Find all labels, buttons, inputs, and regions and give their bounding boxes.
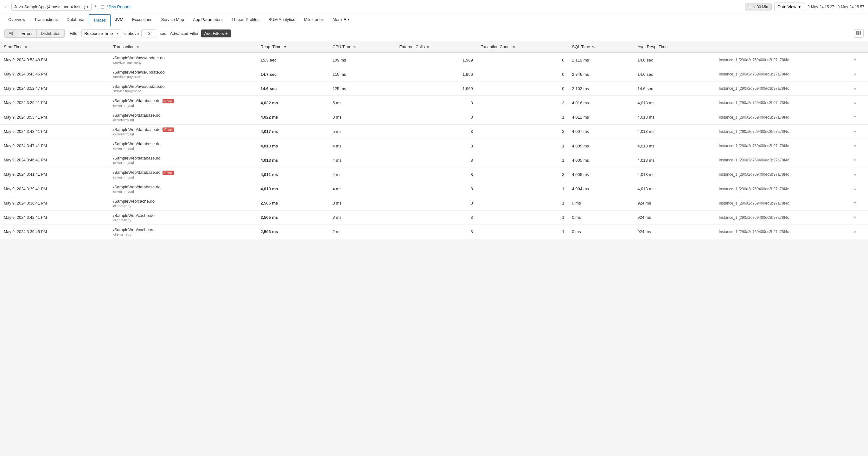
row-menu-button[interactable]: ≡ (851, 225, 868, 239)
distributed-filter-button[interactable]: Distributed (37, 29, 65, 38)
table-row[interactable]: May 9, 2024 3:47:41 PM /SampleWeb/databa… (0, 139, 868, 153)
cell-transaction[interactable]: /SampleWeb/database.do driver=mysql (109, 182, 257, 196)
row-menu-button[interactable]: ≡ (851, 53, 868, 67)
row-menu-button[interactable]: ≡ (851, 196, 868, 210)
cell-transaction[interactable]: /SampleWeb/aws/update.do service=payment (109, 67, 257, 82)
cell-resp-time: 4,032 ms (257, 96, 329, 110)
date-range: 9-May-24 15:27 - 9-May-24 15:57 (807, 5, 864, 9)
table-row[interactable]: May 9, 2024 3:42:41 PM /SampleWeb/cache.… (0, 210, 868, 225)
cell-sql-time: 0 ms (568, 196, 634, 210)
row-menu-button[interactable]: ≡ (851, 153, 868, 167)
cell-transaction[interactable]: /SampleWeb/database.doError driver=mysql (109, 167, 257, 182)
cell-avg-resp-time: 4,013 ms (633, 96, 715, 110)
cell-transaction[interactable]: /SampleWeb/cache.do clients=spy (109, 225, 257, 239)
cell-external-calls: 8 (396, 167, 477, 182)
table-row[interactable]: May 9, 2024 3:52:47 PM /SampleWeb/aws/up… (0, 82, 868, 96)
row-menu-button[interactable]: ≡ (851, 67, 868, 82)
cell-instance: Instance_1 (290a2d769400ec3b97a78f4c (715, 110, 851, 124)
transaction-sub: driver=mysql (113, 104, 253, 108)
tab-servicemap[interactable]: Service Map (157, 14, 188, 26)
table-row[interactable]: May 9, 2024 3:36:41 PM /SampleWeb/cache.… (0, 196, 868, 210)
row-menu-button[interactable]: ≡ (851, 167, 868, 182)
table-row[interactable]: May 9, 2024 3:53:41 PM /SampleWeb/databa… (0, 110, 868, 124)
row-menu-button[interactable]: ≡ (851, 139, 868, 153)
tab-threadprofiles[interactable]: Thread Profiles (227, 14, 264, 26)
view-reports-link[interactable]: View Reports (107, 4, 131, 9)
cell-sql-time: 4,005 ms (568, 139, 634, 153)
back-button[interactable]: ← (4, 4, 9, 10)
tab-appparams[interactable]: App Parameters (188, 14, 227, 26)
cell-transaction[interactable]: /SampleWeb/cache.do clients=spy (109, 210, 257, 225)
sort-icon-sql-time: ⇅ (592, 45, 595, 49)
filter-type-select[interactable]: Response Time CPU Time SQL Time (82, 29, 121, 37)
cell-start-time: May 9, 2024 3:39:45 PM (0, 225, 109, 239)
refresh-button[interactable]: ↻ (94, 4, 98, 9)
filter-value-input[interactable] (141, 29, 157, 37)
app-selector[interactable]: Java-SampleApp (4 hosts and 4 inst...) ▾ (11, 3, 92, 11)
table-row[interactable]: May 9, 2024 3:43:41 PM /SampleWeb/databa… (0, 124, 868, 139)
cell-cpu-time: 110 ms (329, 67, 396, 82)
cell-transaction[interactable]: /SampleWeb/database.do driver=mysql (109, 139, 257, 153)
cell-cpu-time: 3 ms (329, 110, 396, 124)
table-row[interactable]: May 9, 2024 3:29:41 PM /SampleWeb/databa… (0, 96, 868, 110)
table-row[interactable]: May 9, 2024 3:43:45 PM /SampleWeb/aws/up… (0, 67, 868, 82)
cell-transaction[interactable]: /SampleWeb/cache.do clients=spy (109, 196, 257, 210)
row-menu-button[interactable]: ≡ (851, 124, 868, 139)
tab-overview[interactable]: Overview (4, 14, 30, 26)
th-avg-resp-time[interactable]: Avg. Resp. Time (633, 41, 715, 53)
table-row[interactable]: May 9, 2024 3:39:41 PM /SampleWeb/databa… (0, 182, 868, 196)
transaction-sub: clients=spy (113, 232, 253, 236)
row-menu-button[interactable]: ≡ (851, 210, 868, 225)
th-start-time[interactable]: Start Time ⇅ (0, 41, 109, 53)
cell-transaction[interactable]: /SampleWeb/aws/update.do service=payment (109, 53, 257, 67)
cell-transaction[interactable]: /SampleWeb/aws/update.do service=payment (109, 82, 257, 96)
add-filters-button[interactable]: Add Filters + (201, 29, 231, 37)
tab-transactions[interactable]: Transactions (30, 14, 62, 26)
tab-jvm[interactable]: JVM (111, 14, 128, 26)
svg-rect-1 (858, 31, 860, 35)
table-row[interactable]: May 9, 2024 3:53:48 PM /SampleWeb/aws/up… (0, 53, 868, 67)
th-external-calls[interactable]: External Calls ⇅ (396, 41, 477, 53)
cell-external-calls: 1,966 (396, 67, 477, 82)
column-config-button[interactable] (854, 29, 864, 38)
table-row[interactable]: May 9, 2024 3:41:41 PM /SampleWeb/databa… (0, 167, 868, 182)
cell-transaction[interactable]: /SampleWeb/database.do driver=mysql (109, 110, 257, 124)
th-resp-time[interactable]: Resp. Time (257, 41, 329, 53)
row-menu-button[interactable]: ≡ (851, 82, 868, 96)
tab-milestones[interactable]: Milestones (300, 14, 328, 26)
cell-cpu-time: 2 ms (329, 225, 396, 239)
cell-instance: Instance_1 (290a2d769400ec3b97a78f4c (715, 167, 851, 182)
transaction-name: /SampleWeb/aws/update.do (113, 70, 253, 75)
add-filters-plus-icon: + (225, 31, 228, 36)
th-exception-count[interactable]: Exception Count ⇅ (477, 41, 568, 53)
row-menu-button[interactable]: ≡ (851, 96, 868, 110)
cell-resp-time: 4,017 ms (257, 124, 329, 139)
tab-traces[interactable]: Traces (89, 14, 111, 26)
cell-start-time: May 9, 2024 3:53:48 PM (0, 53, 109, 67)
all-filter-button[interactable]: All (4, 29, 17, 38)
table-row[interactable]: May 9, 2024 3:46:41 PM /SampleWeb/databa… (0, 153, 868, 167)
row-menu-button[interactable]: ≡ (851, 182, 868, 196)
tab-more[interactable]: More ▼ ▾ (328, 14, 354, 26)
menu-icon[interactable]: ☰ (100, 4, 104, 9)
tab-database[interactable]: Database (62, 14, 89, 26)
nav-tabs: Overview Transactions Database Traces JV… (0, 14, 868, 26)
transaction-name: /SampleWeb/cache.do (113, 213, 253, 218)
cell-transaction[interactable]: /SampleWeb/database.doError driver=mysql (109, 96, 257, 110)
transaction-sub: service=payment (113, 75, 253, 79)
cell-transaction[interactable]: /SampleWeb/database.do driver=mysql (109, 153, 257, 167)
date-view-button[interactable]: Date View ▼ (774, 3, 805, 11)
tab-exceptions[interactable]: Exceptions (128, 14, 157, 26)
advanced-filter-label: Advanced Filter (170, 31, 198, 36)
th-sql-time[interactable]: SQL Time ⇅ (568, 41, 634, 53)
app-name: Java-SampleApp (4 hosts and 4 inst...) (14, 4, 85, 9)
cell-transaction[interactable]: /SampleWeb/database.doError driver=mysql (109, 124, 257, 139)
th-cpu-time[interactable]: CPU Time ⇅ (329, 41, 396, 53)
transaction-sub: service=payment (113, 61, 253, 64)
row-menu-button[interactable]: ≡ (851, 110, 868, 124)
cell-instance: Instance_1 (290a2d769400ec3b97a78f4c (715, 67, 851, 82)
table-row[interactable]: May 9, 2024 3:39:45 PM /SampleWeb/cache.… (0, 225, 868, 239)
th-transaction[interactable]: Transaction ⇅ (109, 41, 257, 53)
tab-rumanalytics[interactable]: RUM Analytics (264, 14, 300, 26)
errors-filter-button[interactable]: Errors (17, 29, 36, 38)
